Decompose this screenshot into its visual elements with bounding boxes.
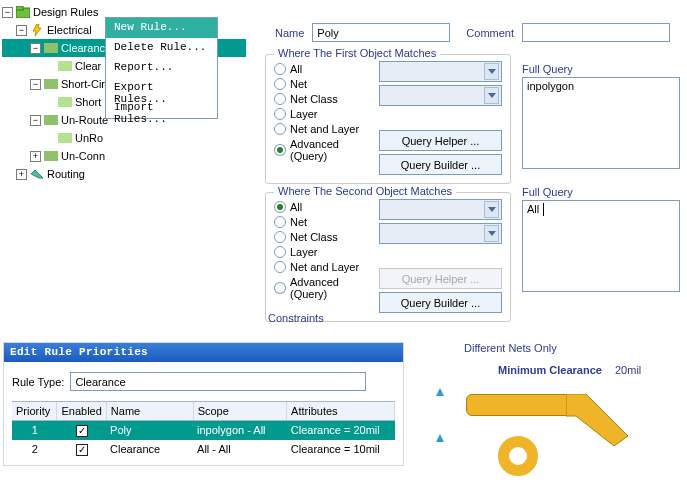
- radio-checked-icon: [274, 144, 286, 156]
- ruletype-label: Rule Type:: [12, 376, 64, 388]
- col-priority[interactable]: Priority: [12, 402, 57, 420]
- rule-icon: [58, 131, 72, 145]
- tree-electrical-label: Electrical: [47, 24, 92, 36]
- query-builder-button-1[interactable]: Query Builder ...: [379, 154, 502, 175]
- pad-ring-icon: [498, 436, 538, 476]
- tree-routing-label: Routing: [47, 168, 85, 180]
- svg-rect-5: [44, 79, 58, 89]
- query-helper-button-1[interactable]: Query Helper ...: [379, 130, 502, 151]
- rule-icon: [58, 59, 72, 73]
- radio-icon: [274, 216, 286, 228]
- tree-unconn-label: Un-Conn: [61, 150, 105, 162]
- second-object-legend: Where The Second Object Matches: [274, 185, 456, 197]
- electrical-icon: [30, 23, 44, 37]
- context-menu: New Rule... Delete Rule... Report... Exp…: [105, 17, 218, 119]
- constraints-label: Constraints: [268, 312, 324, 324]
- tree-unroute-item[interactable]: UnRo: [2, 129, 246, 147]
- net-dropdown-1[interactable]: [379, 61, 502, 82]
- radio-icon: [274, 78, 286, 90]
- netclass-dropdown-1[interactable]: [379, 85, 502, 106]
- rule-icon: [58, 95, 72, 109]
- svg-rect-7: [44, 115, 58, 125]
- table-header: Priority Enabled Name Scope Attributes: [12, 401, 395, 421]
- unconn-icon: [44, 149, 58, 163]
- name-input[interactable]: [312, 23, 450, 42]
- first-object-fieldset: Where The First Object Matches All Net N…: [265, 54, 511, 184]
- checkbox-checked-icon[interactable]: [76, 444, 88, 456]
- priorities-table: Priority Enabled Name Scope Attributes 1…: [12, 401, 395, 459]
- radio-net-1[interactable]: Net: [274, 78, 379, 90]
- second-object-fieldset: Where The Second Object Matches All Net …: [265, 192, 511, 322]
- ctx-delete-rule[interactable]: Delete Rule...: [106, 38, 217, 58]
- first-object-legend: Where The First Object Matches: [274, 47, 440, 59]
- col-name[interactable]: Name: [107, 402, 194, 420]
- radio-netclass-1[interactable]: Net Class: [274, 93, 379, 105]
- chevron-down-icon: [484, 225, 499, 242]
- radio-icon: [274, 123, 286, 135]
- radio-advanced-1[interactable]: Advanced (Query): [274, 138, 379, 162]
- svg-marker-2: [33, 24, 41, 36]
- svg-rect-9: [44, 151, 58, 161]
- comment-input[interactable]: [522, 23, 670, 42]
- radio-advanced-2[interactable]: Advanced (Query): [274, 276, 379, 300]
- comment-label: Comment: [466, 27, 514, 39]
- radio-net-2[interactable]: Net: [274, 216, 379, 228]
- svg-rect-6: [58, 97, 72, 107]
- name-label: Name: [275, 27, 304, 39]
- tree-collapse-icon[interactable]: −: [16, 25, 27, 36]
- query-builder-button-2[interactable]: Query Builder ...: [379, 292, 502, 313]
- radio-icon: [274, 261, 286, 273]
- radio-icon: [274, 93, 286, 105]
- full-query-2: Full Query All: [522, 186, 680, 292]
- short-icon: [44, 77, 58, 91]
- ruletype-input[interactable]: [70, 372, 366, 391]
- clearance-icon: [44, 41, 58, 55]
- radio-checked-icon: [274, 201, 286, 213]
- diagram-clearance-value: 20mil: [615, 364, 641, 376]
- col-enabled[interactable]: Enabled: [57, 402, 106, 420]
- table-row[interactable]: 1 Poly inpolygon - All Clearance = 20mil: [12, 421, 395, 440]
- col-attributes[interactable]: Attributes: [287, 402, 395, 420]
- routing-icon: [30, 167, 44, 181]
- unroute-icon: [44, 113, 58, 127]
- tree-expand-icon[interactable]: +: [16, 169, 27, 180]
- full-query-label: Full Query: [522, 63, 680, 75]
- radio-icon: [274, 63, 286, 75]
- radio-all-2[interactable]: All: [274, 201, 379, 213]
- radio-all-1[interactable]: All: [274, 63, 379, 75]
- radio-layer-2[interactable]: Layer: [274, 246, 379, 258]
- radio-layer-1[interactable]: Layer: [274, 108, 379, 120]
- tree-root-label: Design Rules: [33, 6, 98, 18]
- tree-routing[interactable]: + Routing: [2, 165, 246, 183]
- ctx-report[interactable]: Report...: [106, 58, 217, 78]
- tree-collapse-icon[interactable]: −: [2, 7, 13, 18]
- tree-collapse-icon[interactable]: −: [30, 79, 41, 90]
- table-row[interactable]: 2 Clearance All - All Clearance = 10mil: [12, 440, 395, 459]
- radio-netclass-2[interactable]: Net Class: [274, 231, 379, 243]
- tree-collapse-icon[interactable]: −: [30, 115, 41, 126]
- tree-unconn[interactable]: + Un-Conn: [2, 147, 246, 165]
- netclass-dropdown-2[interactable]: [379, 223, 502, 244]
- full-query-box-2[interactable]: All: [522, 200, 680, 292]
- tree-collapse-icon[interactable]: −: [30, 43, 41, 54]
- ctx-new-rule[interactable]: New Rule...: [106, 18, 217, 38]
- radio-icon: [274, 282, 286, 294]
- tree-short-item-label: Short: [75, 96, 101, 108]
- diagram-min-clearance: Minimum Clearance: [498, 364, 602, 376]
- checkbox-checked-icon[interactable]: [76, 425, 88, 437]
- radio-icon: [274, 246, 286, 258]
- col-scope[interactable]: Scope: [194, 402, 287, 420]
- full-query-label: Full Query: [522, 186, 680, 198]
- svg-rect-4: [58, 61, 72, 71]
- tree-clearance-group-label: Clearance: [61, 42, 111, 54]
- clearance-diagram: Different Nets Only Minimum Clearance 20…: [430, 342, 685, 492]
- window-title: Edit Rule Priorities: [4, 343, 403, 362]
- radio-netlayer-1[interactable]: Net and Layer: [274, 123, 379, 135]
- full-query-box-1[interactable]: inpolygon: [522, 77, 680, 169]
- radio-netlayer-2[interactable]: Net and Layer: [274, 261, 379, 273]
- net-dropdown-2[interactable]: [379, 199, 502, 220]
- ctx-export-rules[interactable]: Export Rules...: [106, 78, 217, 98]
- radio-icon: [274, 108, 286, 120]
- tree-expand-icon[interactable]: +: [30, 151, 41, 162]
- rules-icon: [16, 5, 30, 19]
